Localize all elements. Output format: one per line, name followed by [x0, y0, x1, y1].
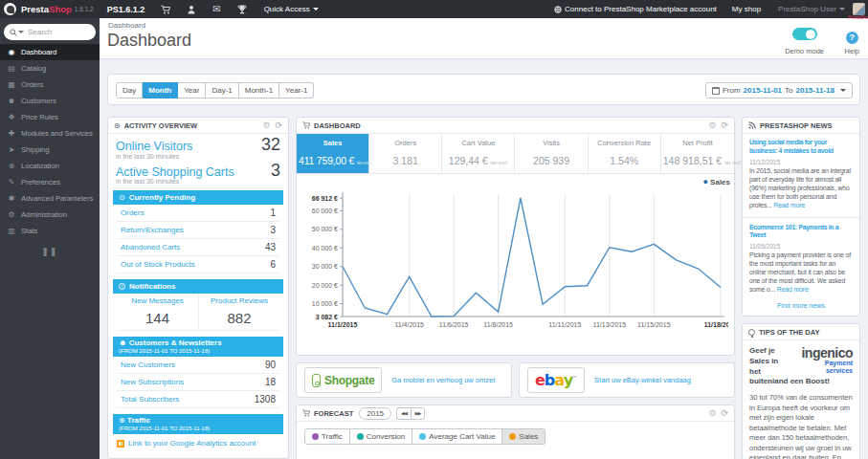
- sidebar-menu: ◉Dashboard▤Catalog▦Orders☻Customers❖Pric…: [0, 44, 100, 239]
- activity-panel-title: ACTIVITY OVERVIEW: [124, 121, 197, 130]
- legend-dot-icon: [419, 433, 426, 440]
- sidebar-item-customers[interactable]: ☻Customers: [0, 93, 100, 109]
- trophy-icon[interactable]: [237, 5, 247, 14]
- sales-chart: 3 082 €10 000 €20 000 €30 000 €40 000 €5…: [297, 186, 734, 355]
- read-more-link[interactable]: Read more: [777, 286, 809, 293]
- breadcrumb[interactable]: Dashboard: [108, 21, 145, 30]
- customers-row: New Subscriptions18: [117, 374, 279, 391]
- collapse-sidebar-button[interactable]: ❚❚: [0, 247, 100, 256]
- range-button-year[interactable]: Year: [178, 82, 206, 98]
- panel-refresh-icon[interactable]: ⟳: [721, 120, 728, 130]
- notifications-section: !Notifications New Messages144Product Re…: [113, 279, 283, 331]
- sidebar-item-modules-and-services[interactable]: ✚Modules and Services: [0, 125, 100, 142]
- panel-settings-icon[interactable]: ⚙: [262, 120, 270, 130]
- advanced-parameters-icon: ✱: [7, 194, 16, 203]
- sidebar-item-advanced-parameters[interactable]: ✱Advanced Parameters: [0, 190, 100, 207]
- marketplace-link[interactable]: Connect to PrestaShop Marketplace accoun…: [554, 5, 717, 13]
- help-icon[interactable]: ?: [846, 32, 858, 44]
- topbar: PrestaShop 1.6.1.2 PS1.6.1.2 ✉ Quick Acc…: [0, 0, 868, 18]
- ebay-banner[interactable]: ebay™ Start uw eBay-winkel vandaag: [519, 362, 735, 398]
- person-icon: ☻: [119, 339, 126, 347]
- globe-icon: ⊕: [119, 416, 125, 425]
- dashboard-panel-title: DASHBOARD: [314, 121, 361, 130]
- shipping-icon: ➤: [7, 145, 16, 154]
- date-range-button[interactable]: From 2015-11-01 To 2015-11-18: [705, 82, 853, 98]
- sidebar-item-localization[interactable]: ⊕Localization: [0, 158, 100, 174]
- forecast-prev-button[interactable]: ◀◀: [396, 407, 411, 420]
- ebay-logo: ebay™: [527, 367, 585, 393]
- svg-text:11/4/2015: 11/4/2015: [394, 321, 424, 328]
- currently-pending-section: ⊙Currently Pending Orders1Return/Exchang…: [113, 190, 283, 273]
- stat-tab-cart-value[interactable]: Cart Value129,44 € tax excl.: [442, 134, 515, 173]
- link-icon: [554, 6, 562, 13]
- page-title: Dashboard: [107, 31, 191, 51]
- customers-row: Total Subscribers1308: [117, 391, 279, 408]
- pending-row: Orders1: [117, 205, 279, 222]
- avatar[interactable]: PrestaShop: [853, 3, 865, 15]
- range-button-month-1[interactable]: Month-1: [239, 82, 279, 98]
- lightbulb-icon: [748, 329, 755, 336]
- shopgate-banner[interactable]: Shopgate Ga mobiel en verhoog uw omzet: [296, 362, 512, 398]
- version-label: 1.6.1.2: [75, 6, 94, 12]
- quick-access-menu[interactable]: Quick Access: [264, 5, 319, 13]
- sidebar-item-administration[interactable]: ⚙Administration: [0, 207, 100, 223]
- news-article-title[interactable]: Ecommerce 101: Payments in a Tweet: [749, 224, 853, 241]
- stat-tab-orders[interactable]: Orders3 181: [369, 134, 442, 173]
- forecast-legend-conversion[interactable]: Conversion: [350, 428, 412, 445]
- search-input[interactable]: [28, 28, 83, 36]
- range-button-month[interactable]: Month: [143, 82, 178, 98]
- catalog-icon: ▤: [7, 64, 16, 73]
- stat-tab-sales[interactable]: Sales411 759,00 € tax excl.: [297, 134, 369, 173]
- forecast-legend-sales[interactable]: Sales: [502, 428, 545, 445]
- panel-refresh-icon[interactable]: ⟳: [275, 120, 282, 130]
- stat-tab-net-profit[interactable]: Net Profit148 918,51 € tax excl.: [661, 134, 734, 173]
- legend-dot-icon: [312, 433, 319, 440]
- sidebar-item-preferences[interactable]: ✎Preferences: [0, 174, 100, 190]
- sidebar-item-catalog[interactable]: ▤Catalog: [0, 60, 100, 76]
- my-shop-link[interactable]: My shop: [732, 5, 761, 13]
- forecast-next-button[interactable]: ▶▶: [411, 407, 426, 420]
- demo-mode-toggle[interactable]: [792, 28, 817, 40]
- forecast-legend-average-cart-value[interactable]: Average Cart Value: [412, 428, 502, 445]
- search-icon: [10, 29, 17, 36]
- help-label: Help: [845, 47, 859, 55]
- panel-settings-icon[interactable]: ⚙: [708, 408, 716, 418]
- read-more-link[interactable]: Read more: [773, 202, 805, 208]
- legend-dot-icon: [509, 433, 516, 440]
- cart-icon[interactable]: [161, 5, 170, 14]
- user-menu[interactable]: PrestaShop User: [778, 5, 845, 13]
- svg-text:10 000 €: 10 000 €: [312, 300, 338, 307]
- google-analytics-link[interactable]: Link to your Google Analytics account: [117, 434, 279, 452]
- sidebar-item-price-rules[interactable]: ❖Price Rules: [0, 109, 100, 125]
- news-article-date: 11/05/2015: [749, 243, 853, 250]
- demo-mode-control: Demo mode: [785, 27, 824, 55]
- find-more-news-link[interactable]: Find more news: [749, 302, 853, 309]
- forecast-panel-title: FORECAST: [314, 409, 353, 418]
- ebay-link[interactable]: Start uw eBay-winkel vandaag: [594, 376, 691, 384]
- sidebar-item-dashboard[interactable]: ◉Dashboard: [0, 44, 100, 60]
- search-scope-caret-icon[interactable]: [18, 31, 24, 33]
- panel-refresh-icon[interactable]: ⟳: [721, 408, 728, 418]
- stat-tab-visits[interactable]: Visits205 939: [515, 134, 588, 173]
- activity-icon: ⊙: [114, 121, 121, 130]
- shop-version-label: PS1.6.1.2: [107, 5, 145, 14]
- svg-text:60 000 €: 60 000 €: [312, 208, 338, 214]
- range-button-year-1[interactable]: Year-1: [279, 82, 314, 98]
- customers-icon[interactable]: [187, 5, 196, 14]
- forecast-legend-traffic[interactable]: Traffic: [304, 428, 350, 445]
- search-box[interactable]: [4, 24, 96, 40]
- mail-icon[interactable]: ✉: [212, 4, 220, 14]
- news-article-title[interactable]: Using social media for your business: 4 …: [749, 139, 853, 156]
- tips-panel: TIPS OF THE DAY ingenico Payment service…: [742, 323, 860, 459]
- shopgate-link[interactable]: Ga mobiel en verhoog uw omzet: [391, 376, 495, 384]
- sidebar-item-orders[interactable]: ▦Orders: [0, 76, 100, 93]
- stat-tab-conversion-rate[interactable]: Conversion Rate1.54%: [589, 134, 661, 173]
- forecast-year[interactable]: 2015: [359, 407, 391, 420]
- sidebar-item-shipping[interactable]: ➤Shipping: [0, 142, 100, 158]
- range-button-day-1[interactable]: Day-1: [206, 82, 238, 98]
- panel-settings-icon[interactable]: ⚙: [708, 120, 716, 130]
- range-button-day[interactable]: Day: [116, 82, 143, 98]
- sidebar-item-stats[interactable]: ▥Stats: [0, 223, 100, 239]
- news-article-excerpt: Picking a payment provider is one of the…: [749, 251, 853, 295]
- range-button-group: DayMonthYearDay-1Month-1Year-1: [116, 82, 314, 98]
